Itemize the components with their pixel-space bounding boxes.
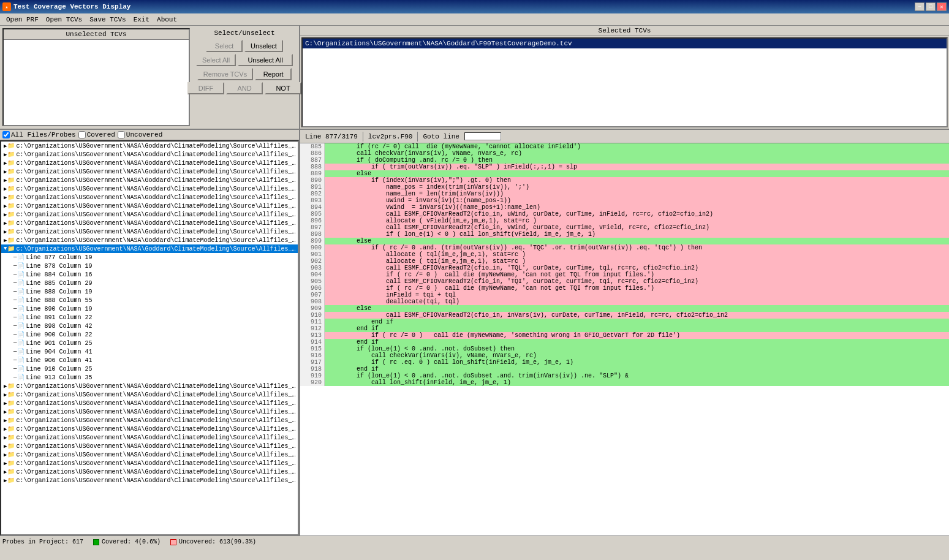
tree-item[interactable]: ▶ 📁c:\Organizations\USGovernment\NASA\Go…: [1, 425, 298, 433]
tree-item[interactable]: ▶ 📁c:\Organizations\USGovernment\NASA\Go…: [1, 219, 298, 227]
menu-save-tcvs[interactable]: Save TCVs: [86, 15, 129, 24]
tree-item[interactable]: ▶ 📁c:\Organizations\USGovernment\NASA\Go…: [1, 159, 298, 167]
unselect-button[interactable]: Unselect: [244, 40, 283, 52]
menu-exit[interactable]: Exit: [130, 15, 153, 24]
close-button[interactable]: ✕: [937, 2, 947, 11]
tree-item[interactable]: ▶ 📁c:\Organizations\USGovernment\NASA\Go…: [1, 202, 298, 210]
tab-all-files[interactable]: All Files/Probes: [2, 131, 76, 138]
tree-item[interactable]: ▶ 📁c:\Organizations\USGovernment\NASA\Go…: [1, 193, 298, 202]
goto-line-input[interactable]: [464, 132, 501, 140]
tree-item[interactable]: — 📄Line 888 Column 19: [1, 287, 298, 296]
code-row: 885 if (rc /= 0) call die (myNewName, 'c…: [300, 143, 949, 150]
code-row: 900 if ( rc /= 0 .and. (trim(outVars(iv)…: [300, 244, 949, 251]
tree-item[interactable]: ▶ 📁c:\Organizations\USGovernment\NASA\Go…: [1, 167, 298, 176]
line-code: call ESMF_CFIOVarReadT2(cfio_in, 'TQL', …: [325, 265, 949, 271]
line-number: 917: [300, 359, 325, 366]
line-code: vWind = inVars(iv)((name_pos+1):name_len…: [325, 204, 949, 211]
tree-item[interactable]: — 📄Line 910 Column 25: [1, 365, 298, 373]
menu-open-prf[interactable]: Open PRF: [2, 15, 42, 24]
line-info: Line 877/3179: [300, 132, 363, 142]
tree-item[interactable]: ▶ 📁c:\Organizations\USGovernment\NASA\Go…: [1, 399, 298, 407]
probes-label: Probes in Project: 617: [2, 539, 83, 545]
menu-about[interactable]: About: [153, 15, 181, 24]
line-code: call lon_shift(inField, im_e, jm_e, 1): [325, 379, 949, 386]
line-code: else: [325, 238, 949, 244]
unselected-tcvs-list[interactable]: [4, 40, 189, 125]
tree-item[interactable]: — 📄Line 906 Column 41: [1, 356, 298, 365]
tree-item[interactable]: — 📄Line 888 Column 55: [1, 296, 298, 305]
line-number: 908: [300, 298, 325, 305]
tree-item[interactable]: — 📄Line 901 Column 25: [1, 339, 298, 347]
window-controls[interactable]: − □ ✕: [915, 2, 947, 11]
tree-item[interactable]: ▶ 📁c:\Organizations\USGovernment\NASA\Go…: [1, 210, 298, 219]
tree-item[interactable]: ▶ 📁c:\Organizations\USGovernment\NASA\Go…: [1, 433, 298, 442]
line-code: if ( rc /= 0 ) call die (myNewName, 'can…: [325, 285, 949, 292]
maximize-button[interactable]: □: [926, 2, 936, 11]
line-code: if ( lon_e(1) < 0 ) call lon_shift(vFiel…: [325, 231, 949, 238]
tree-item[interactable]: ▶ 📁c:\Organizations\USGovernment\NASA\Go…: [1, 236, 298, 244]
tab-covered[interactable]: Covered: [78, 131, 115, 138]
tree-item[interactable]: — 📄Line 891 Column 22: [1, 313, 298, 322]
tree-item[interactable]: ▶ 📁c:\Organizations\USGovernment\NASA\Go…: [1, 450, 298, 459]
tree-item[interactable]: ▶ 📁c:\Organizations\USGovernment\NASA\Go…: [1, 442, 298, 450]
tcv-item[interactable]: C:\Organizations\USGovernment\NASA\Godda…: [303, 39, 947, 48]
tree-item[interactable]: ▶ 📁c:\Organizations\USGovernment\NASA\Go…: [1, 382, 298, 390]
covered-icon: [93, 539, 99, 545]
remove-tcvs-button[interactable]: Remove TCVs: [197, 68, 253, 80]
code-row: 888 if ( trim(outVars(iv)) .eq. "SLP" ) …: [300, 164, 949, 170]
code-row: 899 else: [300, 238, 949, 244]
tree-item[interactable]: — 📄Line 884 Column 16: [1, 270, 298, 279]
line-number: 893: [300, 197, 325, 204]
tree-item[interactable]: — 📄Line 904 Column 41: [1, 347, 298, 356]
line-code: end if: [325, 319, 949, 325]
tree-item[interactable]: ▶ 📁c:\Organizations\USGovernment\NASA\Go…: [1, 416, 298, 425]
not-button[interactable]: NOT: [265, 82, 301, 94]
menu-open-tcvs[interactable]: Open TCVs: [42, 15, 86, 24]
code-content[interactable]: 885 if (rc /= 0) call die (myNewName, 'c…: [300, 143, 949, 535]
tree-item[interactable]: — 📄Line 913 Column 35: [1, 373, 298, 382]
tree-item[interactable]: ▶ 📁c:\Organizations\USGovernment\NASA\Go…: [1, 390, 298, 399]
code-row: 912 end if: [300, 325, 949, 332]
select-all-button[interactable]: Select All: [196, 54, 236, 66]
line-code: if (lon_e(1) < 0 .and. .not. doSubset .a…: [325, 373, 949, 379]
code-row: 914 end if: [300, 339, 949, 346]
menu-bar: Open PRF Open TCVs Save TCVs Exit About: [0, 13, 949, 26]
tree-item[interactable]: ▶ 📁c:\Organizations\USGovernment\NASA\Go…: [1, 476, 298, 485]
tree-item[interactable]: ▶ 📁c:\Organizations\USGovernment\NASA\Go…: [1, 227, 298, 236]
unselect-all-button[interactable]: Unselect All: [238, 54, 293, 66]
tab-uncovered[interactable]: Uncovered: [118, 131, 162, 138]
tree-item[interactable]: ▶ 📁c:\Organizations\USGovernment\NASA\Go…: [1, 176, 298, 184]
line-number: 892: [300, 191, 325, 197]
tree-item[interactable]: ▶ 📁c:\Organizations\USGovernment\NASA\Go…: [1, 459, 298, 467]
tree-item[interactable]: ▶ 📁c:\Organizations\USGovernment\NASA\Go…: [1, 184, 298, 193]
tree-item[interactable]: ▼ 📁c:\Organizations\USGovernment\NASA\Go…: [1, 244, 298, 253]
diff-button[interactable]: DIFF: [187, 82, 224, 94]
tree-item[interactable]: — 📄Line 890 Column 19: [1, 305, 298, 313]
line-number: 888: [300, 164, 325, 170]
tree-item[interactable]: — 📄Line 877 Column 19: [1, 253, 298, 262]
select-controls: Select/Unselect Select Unselect Select A…: [192, 28, 297, 126]
line-number: 914: [300, 339, 325, 346]
line-code: call checkVar(inVars(iv), vName, nVars_e…: [325, 150, 949, 157]
line-number: 909: [300, 305, 325, 312]
line-number: 904: [300, 271, 325, 278]
line-code: if ( trim(outVars(iv)) .eq. "SLP" ) inFi…: [325, 164, 949, 170]
tree-item[interactable]: ▶ 📁c:\Organizations\USGovernment\NASA\Go…: [1, 150, 298, 159]
tree-item[interactable]: ▶ 📁c:\Organizations\USGovernment\NASA\Go…: [1, 142, 298, 150]
line-code: if ( rc /= 0 .and. (trim(outVars(iv)) .e…: [325, 244, 949, 251]
minimize-button[interactable]: −: [915, 2, 924, 11]
select-button[interactable]: Select: [206, 40, 243, 52]
selected-tcvs-list[interactable]: C:\Organizations\USGovernment\NASA\Godda…: [301, 37, 948, 127]
tree-item[interactable]: — 📄Line 878 Column 19: [1, 262, 298, 270]
tree-item[interactable]: ▶ 📁c:\Organizations\USGovernment\NASA\Go…: [1, 467, 298, 476]
line-code: call ESMF_CFIOVarReadT2(cfio_in, 'TQI', …: [325, 278, 949, 285]
tree-item[interactable]: — 📄Line 900 Column 22: [1, 330, 298, 339]
report-button[interactable]: Report: [255, 68, 292, 80]
code-row: 887 if ( doComputing .and. rc /= 0 ) the…: [300, 157, 949, 164]
tree-item[interactable]: — 📄Line 885 Column 29: [1, 279, 298, 287]
file-tree[interactable]: ▶ 📁c:\Organizations\USGovernment\NASA\Go…: [0, 140, 299, 535]
tree-item[interactable]: — 📄Line 898 Column 42: [1, 322, 298, 330]
tree-item[interactable]: ▶ 📁c:\Organizations\USGovernment\NASA\Go…: [1, 407, 298, 416]
and-button[interactable]: AND: [226, 82, 263, 94]
code-row: 886 call checkVar(inVars(iv), vName, nVa…: [300, 150, 949, 157]
